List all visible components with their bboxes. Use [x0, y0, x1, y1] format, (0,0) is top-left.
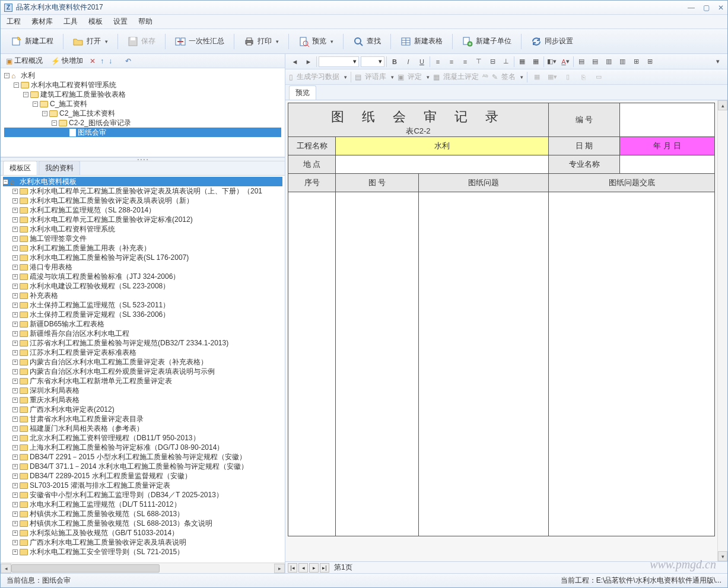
menu-tools[interactable]: 工具: [63, 17, 78, 27]
template-tree-item[interactable]: +村镇供水工程施工质量验收规范（SL 688-2013）: [3, 509, 282, 519]
template-tree-item[interactable]: +深圳水利局表格: [3, 386, 282, 395]
template-tree-item[interactable]: +甘肃省水利水电工程质量评定表目录: [3, 414, 282, 424]
template-tree-item[interactable]: +水利泵站施工及验收规范（GB/T 51033-2014）: [3, 528, 282, 538]
split-cells-button[interactable]: ▦: [530, 56, 542, 68]
expand-icon[interactable]: +: [12, 492, 18, 498]
expand-icon[interactable]: +: [12, 388, 18, 393]
align-middle-button[interactable]: ⊟: [487, 56, 498, 68]
expand-icon[interactable]: +: [12, 379, 18, 384]
prev-page-button[interactable]: ◂: [298, 563, 308, 573]
expand-button[interactable]: ▾: [712, 56, 724, 68]
nav-back-button[interactable]: ◄: [289, 56, 301, 68]
template-tree-item[interactable]: +港口专用表格: [3, 262, 282, 272]
vertical-scrollbar[interactable]: ▴ ▾: [717, 100, 727, 561]
template-tree-item[interactable]: +水利工程施工监理规范（SL 288-2014）: [3, 205, 282, 215]
batch-summary-button[interactable]: 一次性汇总: [170, 34, 229, 49]
template-tree-item[interactable]: +DB34/T 371.1－2014 水利水电工程施工质量检验与评定规程（安徽）: [3, 462, 282, 471]
quick-add-button[interactable]: ⚡ 快增加: [49, 55, 85, 66]
template-tree-item[interactable]: +水土保持工程施工监理规范（SL 523-2011）: [3, 300, 282, 310]
template-tree-item[interactable]: +补充表格: [3, 291, 282, 300]
menu-help[interactable]: 帮助: [138, 17, 152, 27]
template-tree-item[interactable]: +水利水电工程施工安全管理导则（SL 721-2015）: [3, 547, 282, 557]
value-specialty[interactable]: [620, 155, 715, 174]
gen-study-data-button[interactable]: 生成学习数据: [297, 72, 339, 82]
expand-icon[interactable]: +: [12, 436, 18, 441]
undo-icon[interactable]: ↶: [125, 57, 131, 65]
project-tree-item[interactable]: −C2_施工技术资料: [4, 109, 281, 118]
scroll-track[interactable]: [11, 564, 274, 573]
expand-icon[interactable]: +: [12, 198, 18, 204]
close-button[interactable]: ✕: [718, 4, 724, 12]
new-table-button[interactable]: 新建表格: [396, 34, 447, 49]
expand-icon[interactable]: +: [12, 274, 18, 279]
expand-icon[interactable]: +: [12, 227, 18, 232]
expand-icon[interactable]: +: [12, 417, 18, 422]
tab-preview[interactable]: 预览: [289, 85, 316, 100]
expand-icon[interactable]: +: [12, 502, 18, 507]
expand-icon[interactable]: +: [12, 208, 18, 213]
project-tree-item[interactable]: −⌂水利: [4, 71, 281, 80]
template-tree-item[interactable]: +新疆维吾尔自治区水利水电工程: [3, 329, 282, 338]
expand-icon[interactable]: +: [12, 473, 18, 479]
value-project-name[interactable]: 水利: [336, 137, 549, 155]
scroll-left-button[interactable]: ◂: [1, 564, 11, 573]
print-button[interactable]: 打印▾: [239, 34, 284, 49]
sign-button[interactable]: 签名: [501, 72, 516, 82]
open-button[interactable]: 打开▾: [68, 34, 113, 49]
menu-settings[interactable]: 设置: [113, 17, 128, 27]
delete-row-button[interactable]: ▤: [589, 56, 601, 68]
project-overview-button[interactable]: ▣ 工程概况: [4, 55, 44, 66]
template-tree-item[interactable]: +DB34/T 2289-2015 水利工程质量监督规程（安徽）: [3, 471, 282, 481]
save-button[interactable]: 保存: [123, 34, 160, 49]
last-page-button[interactable]: ▸|: [320, 563, 329, 573]
body-issue[interactable]: [419, 192, 549, 536]
expand-icon[interactable]: +: [12, 217, 18, 223]
sync-settings-button[interactable]: 同步设置: [526, 34, 578, 49]
align-top-button[interactable]: ⊤: [473, 56, 485, 68]
template-tree-item[interactable]: +重庆水利局表格: [3, 395, 282, 405]
new-project-button[interactable]: 新建工程: [7, 34, 58, 49]
menu-template[interactable]: 模板: [88, 17, 103, 27]
minimize-button[interactable]: —: [688, 4, 695, 12]
expand-icon[interactable]: +: [12, 454, 18, 460]
expand-icon[interactable]: −: [23, 92, 28, 97]
align-center-button[interactable]: ≡: [446, 56, 457, 68]
font-color-button[interactable]: A▾: [559, 56, 571, 68]
expand-icon[interactable]: −: [52, 120, 57, 126]
nav-forward-button[interactable]: ►: [303, 56, 314, 68]
expand-icon[interactable]: +: [12, 312, 18, 317]
template-tree-item[interactable]: +江苏省水利工程施工质量检验与评定规范(DB32/T 2334.1-2013): [3, 338, 282, 348]
tab-my-materials[interactable]: 我的资料: [39, 161, 80, 175]
template-tree-item[interactable]: +广西水利水电工程施工质量验收评定表及填表说明: [3, 538, 282, 547]
template-tree-item[interactable]: +上海水利工程施工质量检验与评定标准（DG/TJ 08-90-2014）: [3, 443, 282, 452]
expand-icon[interactable]: +: [12, 350, 18, 355]
scroll-thumb[interactable]: [11, 564, 160, 573]
expand-icon[interactable]: −: [42, 111, 47, 116]
value-location[interactable]: [336, 155, 549, 174]
expand-icon[interactable]: +: [12, 369, 18, 374]
template-tree-item[interactable]: +水利水电工程单元工程施工质量验收评定标准(2012): [3, 215, 282, 224]
scroll-right-button[interactable]: ▸: [274, 564, 285, 573]
expand-icon[interactable]: +: [12, 255, 18, 260]
expand-icon[interactable]: +: [12, 331, 18, 336]
template-tree-item[interactable]: +福建厦门水利局相关表格（参考表）: [3, 424, 282, 433]
tab-templates[interactable]: 模板区: [3, 161, 37, 175]
expand-icon[interactable]: +: [12, 521, 18, 526]
scroll-track[interactable]: [718, 110, 727, 551]
project-tree-item[interactable]: 图纸会审: [4, 128, 281, 137]
template-tree-item[interactable]: +SL703-2015 灌溉与排水工程施工质量评定表: [3, 481, 282, 490]
template-tree-item[interactable]: +新疆DB65输水工程表格: [3, 319, 282, 329]
template-tree-item[interactable]: +水利水电工程施工质量验收评定表及填表说明（新）: [3, 196, 282, 205]
body-drawing-no[interactable]: [336, 192, 419, 536]
expand-icon[interactable]: +: [12, 341, 18, 346]
expand-icon[interactable]: +: [12, 265, 18, 270]
template-tree-item[interactable]: +北京水利工程施工资料管理规程（DB11/T 950-2013）: [3, 433, 282, 443]
menu-material[interactable]: 素材库: [31, 17, 53, 27]
project-tree-item[interactable]: −水利水电工程资料管理系统: [4, 80, 281, 90]
expand-icon[interactable]: +: [12, 322, 18, 327]
template-tree-item[interactable]: +水利水电工程单元工程施工质量验收评定表及填表说明（上、下册）（201: [3, 186, 282, 196]
concrete-rating-button[interactable]: 混凝土评定: [443, 72, 479, 82]
rating-button[interactable]: 评定: [408, 72, 422, 82]
expand-icon[interactable]: +: [12, 303, 18, 308]
new-subunit-button[interactable]: 新建子单位: [457, 34, 516, 49]
